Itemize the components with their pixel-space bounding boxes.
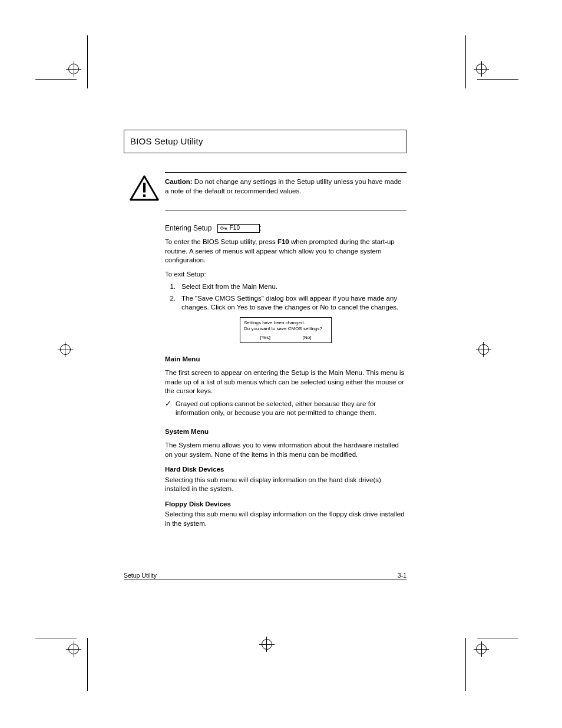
hdd-block: Hard Disk Devices	[165, 465, 406, 475]
content-area: BIOS Setup Utility Caution: Do not chang…	[124, 130, 406, 528]
hdd-body: Selecting this sub menu will display inf…	[165, 476, 406, 494]
hdd-label: Hard Disk Devices	[165, 466, 224, 473]
footer-rule	[124, 579, 406, 579]
main-menu-note: ✓ Grayed out options cannot be selected,…	[165, 400, 406, 418]
svg-rect-2	[143, 195, 146, 197]
fdd-block: Floppy Disk Devices	[165, 500, 406, 509]
subhead-colon: :	[260, 224, 262, 232]
fdd-label: Floppy Disk Devices	[165, 500, 231, 508]
page-footer: Setup Utility 3-1	[124, 572, 406, 579]
dialog-box: Settings have been changed. Do you want …	[240, 317, 332, 343]
p1-pre: To enter the BIOS Setup utility, press	[165, 238, 277, 245]
caution-block: Caution: Do not change any settings in t…	[165, 172, 406, 210]
footer-right: 3-1	[398, 572, 406, 579]
page-heading: BIOS Setup Utility	[124, 130, 406, 153]
dialog-line1: Settings have been changed.	[244, 320, 328, 326]
list-number: 1.	[165, 282, 176, 292]
exit-steps-list: 1. Select Exit from the Main Menu. 2. Th…	[165, 282, 406, 312]
main-menu-body: The first screen to appear on entering t…	[165, 368, 406, 396]
fdd-body: Selecting this sub menu will display inf…	[165, 510, 406, 528]
main-menu-text: The first screen to appear on entering t…	[165, 368, 406, 396]
entering-setup-body: To enter the BIOS Setup utility, press F…	[165, 238, 406, 265]
dialog-figure: Settings have been changed. Do you want …	[165, 317, 406, 343]
svg-rect-1	[143, 183, 146, 193]
list-text: The "Save CMOS Settings" dialog box will…	[181, 294, 406, 312]
footer-left: Setup Utility	[124, 572, 157, 579]
entering-setup-label: Entering Setup	[165, 224, 211, 232]
hdd-text: Selecting this sub menu will display inf…	[165, 476, 381, 493]
warning-icon	[130, 175, 159, 204]
main-menu-heading: Main Menu	[165, 355, 406, 364]
note-text: Grayed out options cannot be selected, e…	[176, 400, 406, 418]
system-menu-body: The System menu allows you to view infor…	[165, 441, 406, 459]
key-label: F10	[230, 225, 240, 231]
list-number: 2.	[165, 294, 176, 312]
dialog-yes: [Yes]	[260, 335, 270, 341]
system-menu-heading: System Menu	[165, 427, 406, 437]
caution-body: Do not change any settings in the Setup …	[165, 178, 401, 195]
p1-key: F10	[277, 238, 289, 245]
entering-setup-heading: Entering Setup F10 :	[165, 223, 406, 233]
fdd-text: Selecting this sub menu will display inf…	[165, 510, 405, 527]
dialog-no: [No]	[303, 335, 312, 341]
list-item: 1. Select Exit from the Main Menu.	[165, 282, 406, 292]
svg-point-3	[220, 227, 223, 229]
list-text: Select Exit from the Main Menu.	[181, 282, 406, 292]
dialog-line2: Do you want to save CMOS settings?	[244, 326, 328, 332]
check-icon: ✓	[165, 400, 172, 418]
key-box: F10	[217, 224, 260, 233]
exit-setup-intro: To exit Setup:	[165, 270, 406, 279]
list-item: 2. The "Save CMOS Settings" dialog box w…	[165, 294, 406, 312]
system-menu-text: The System menu allows you to view infor…	[165, 441, 406, 459]
exit-setup-label: To exit Setup:	[165, 271, 206, 278]
caution-label: Caution:	[165, 178, 193, 185]
caution-text: Caution: Do not change any settings in t…	[165, 177, 406, 204]
p1-mid: when prompted	[289, 238, 340, 245]
